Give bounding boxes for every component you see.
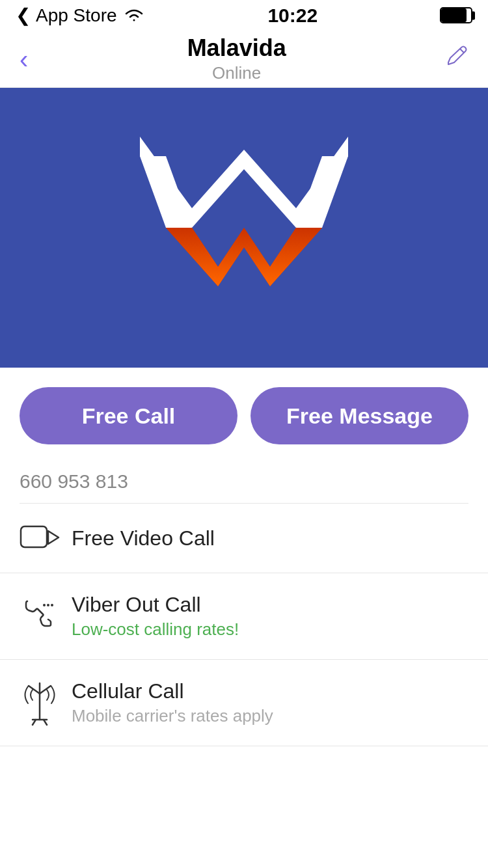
svg-point-9 [51,604,53,606]
svg-point-7 [43,604,46,606]
edit-button[interactable] [445,44,468,74]
svg-marker-4 [296,156,348,228]
svg-marker-3 [140,156,192,228]
battery-fill [441,8,467,22]
free-call-button[interactable]: Free Call [20,387,237,444]
video-call-icon-container [20,523,72,553]
back-chevron-icon: ❮ [16,5,31,26]
phone-number: 660 953 813 [20,470,468,493]
status-bar-right [440,7,472,23]
viber-out-icon-container [20,596,72,636]
contact-status: Online [187,63,286,83]
viber-out-text: Viber Out Call Low-cost calling rates! [72,593,468,640]
cellular-subtitle: Mobile carrier's rates apply [72,706,468,726]
viber-out-title: Viber Out Call [72,593,468,617]
call-options-list: Free Video Call Viber Out Call Low-cost … [0,504,488,746]
cellular-text: Cellular Call Mobile carrier's rates app… [72,679,468,726]
wifi-icon [122,7,146,24]
malavida-logo-svg [114,130,374,325]
status-bar: ❮ App Store 10:22 [0,0,488,31]
nav-bar: ‹ Malavida Online [0,31,488,88]
profile-image [0,88,488,368]
battery-icon [440,7,472,23]
svg-line-11 [29,686,40,694]
svg-marker-6 [48,531,59,544]
viber-out-call-option[interactable]: Viber Out Call Low-cost calling rates! [0,573,488,660]
svg-rect-5 [21,526,47,547]
action-buttons: Free Call Free Message [0,368,488,457]
svg-marker-2 [166,228,322,286]
time-display: 10:22 [267,5,318,27]
svg-point-8 [47,604,49,606]
free-message-button[interactable]: Free Message [251,387,468,444]
phone-section: 660 953 813 [0,457,488,503]
edit-icon [445,44,468,68]
app-store-label: App Store [36,5,117,26]
viber-out-subtitle: Low-cost calling rates! [72,619,468,640]
cellular-icon [20,681,60,725]
free-video-call-option[interactable]: Free Video Call [0,504,488,573]
viber-out-icon [20,596,60,636]
cellular-title: Cellular Call [72,679,468,703]
svg-line-12 [40,686,51,694]
contact-name: Malavida [187,34,286,62]
cellular-call-option[interactable]: Cellular Call Mobile carrier's rates app… [0,660,488,746]
video-call-title: Free Video Call [72,526,468,550]
nav-center: Malavida Online [187,34,286,83]
video-icon [20,523,60,553]
video-call-text: Free Video Call [72,526,468,550]
cellular-icon-container [20,681,72,725]
back-button[interactable]: ‹ [20,46,28,72]
status-bar-left: ❮ App Store [16,5,146,26]
